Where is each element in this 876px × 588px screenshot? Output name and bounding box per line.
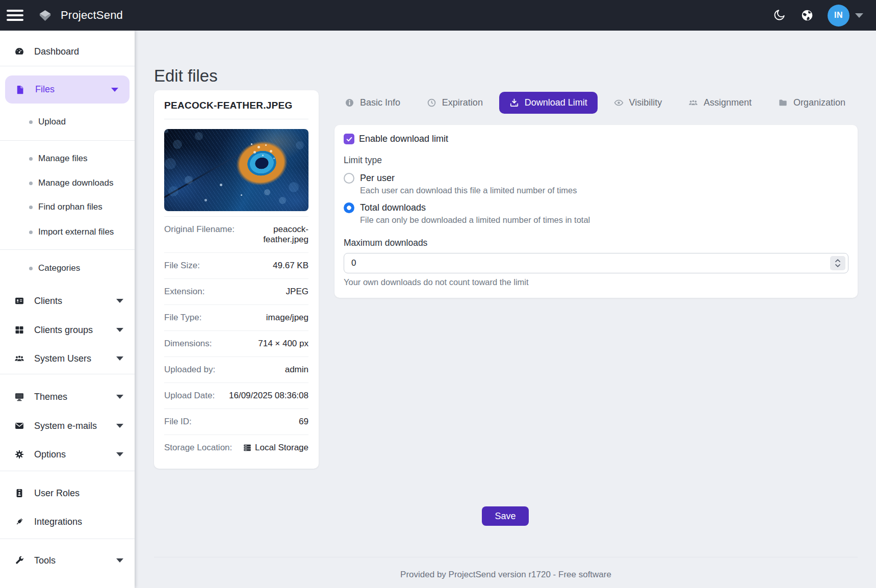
sidebar-item-label: Clients [34, 296, 62, 306]
hamburger-menu-icon[interactable] [7, 10, 23, 21]
chevron-down-icon [116, 328, 123, 332]
divider [0, 539, 135, 539]
meta-value: 69 [299, 417, 308, 427]
navbar-right: IN [772, 5, 863, 27]
maximum-downloads-help-text: Your own downloads do not count toward t… [344, 277, 848, 287]
enable-download-limit-label: Enable download limit [359, 134, 448, 144]
file-thumbnail-peacock-feather [164, 129, 308, 211]
user-avatar[interactable]: IN [828, 5, 849, 27]
sidebar-item-label: Themes [34, 392, 67, 402]
sidebar-item-clients-groups[interactable]: Clients groups [0, 320, 135, 340]
radio-per-user[interactable]: Per user [344, 173, 848, 184]
sidebar-item-user-roles[interactable]: User Roles [0, 483, 135, 503]
sidebar-item-label: Upload [38, 117, 66, 127]
meta-row-dimensions: Dimensions: 714 × 400 px [164, 330, 308, 356]
per-user-help-text: Each user can download this file a limit… [360, 186, 848, 195]
sidebar-item-system-emails[interactable]: System e-mails [0, 416, 135, 436]
file-title: PEACOCK-FEATHER.JPEG [164, 99, 308, 111]
divider [164, 119, 308, 119]
plug-icon [14, 517, 24, 527]
divider [0, 471, 135, 471]
sidebar-item-label: Manage files [38, 154, 87, 164]
globe-icon[interactable] [801, 9, 814, 22]
sidebar-item-label: Tools [34, 555, 56, 566]
download-limit-panel: Enable download limit Limit type Per use… [334, 125, 858, 298]
chevron-down-icon [116, 356, 123, 361]
tab-assignment[interactable]: Assignment [678, 92, 762, 114]
brand-title: ProjectSend [61, 9, 123, 22]
tab-download-limit[interactable]: Download Limit [499, 92, 598, 114]
maximum-downloads-input[interactable] [344, 253, 848, 273]
sidebar: Dashboard Files Upload Manage files Mana… [0, 31, 135, 588]
radio-total-downloads[interactable]: Total downloads [344, 202, 848, 213]
sidebar-item-dashboard[interactable]: Dashboard [0, 41, 135, 62]
meta-label: Upload Date: [164, 391, 215, 401]
sidebar-item-label: Integrations [34, 517, 82, 527]
enable-download-limit-checkbox[interactable] [344, 134, 354, 144]
radio-unchecked-icon[interactable] [344, 173, 354, 184]
sidebar-item-label: Find orphan files [38, 202, 102, 212]
meta-value: admin [285, 365, 308, 375]
file-icon [15, 85, 25, 95]
meta-row-storage-location: Storage Location: Local Storage [164, 434, 308, 461]
chevron-down-icon [111, 88, 118, 92]
meta-row-file-size: File Size: 49.67 KB [164, 252, 308, 278]
meta-label: File Type: [164, 313, 201, 323]
sidebar-item-files[interactable]: Files [5, 75, 130, 104]
sidebar-item-tools[interactable]: Tools [0, 550, 135, 571]
sidebar-item-categories[interactable]: Categories [0, 259, 135, 277]
server-icon [243, 443, 252, 452]
gauge-icon [14, 46, 24, 57]
divider [0, 140, 135, 141]
sidebar-item-label: Import external files [38, 227, 114, 237]
file-edit-tabs: Basic Info Expiration Download Limit Vis… [334, 90, 858, 115]
eye-icon [614, 98, 624, 108]
enable-download-limit-row[interactable]: Enable download limit [344, 134, 848, 144]
moon-icon[interactable] [772, 9, 786, 22]
divider [0, 66, 135, 66]
sidebar-item-themes[interactable]: Themes [0, 387, 135, 407]
tab-expiration[interactable]: Expiration [417, 92, 493, 114]
bullet-icon [29, 182, 33, 185]
sidebar-item-options[interactable]: Options [0, 444, 135, 465]
sidebar-item-label: Manage downloads [38, 178, 113, 188]
sidebar-item-manage-downloads[interactable]: Manage downloads [0, 174, 135, 192]
clock-icon [427, 98, 436, 108]
sidebar-item-find-orphan-files[interactable]: Find orphan files [0, 198, 135, 216]
sidebar-item-manage-files[interactable]: Manage files [0, 149, 135, 168]
wrench-icon [14, 555, 24, 566]
number-stepper[interactable] [830, 256, 845, 270]
bullet-icon [29, 157, 33, 161]
tab-basic-info[interactable]: Basic Info [334, 92, 410, 114]
tab-visibility[interactable]: Visibility [604, 92, 673, 114]
sidebar-item-system-users[interactable]: System Users [0, 348, 135, 369]
sidebar-item-label: Files [35, 84, 55, 95]
grid-icon [14, 325, 24, 335]
chevron-down-icon [116, 424, 123, 428]
sidebar-item-label: User Roles [34, 488, 80, 499]
sidebar-item-label: Categories [38, 263, 80, 273]
bullet-icon [29, 120, 33, 124]
limit-type-label: Limit type [344, 155, 848, 166]
id-card-icon [14, 296, 24, 306]
users-icon [14, 353, 24, 364]
meta-row-file-id: File ID: 69 [164, 408, 308, 434]
meta-label: Extension: [164, 287, 204, 297]
sidebar-item-import-external-files[interactable]: Import external files [0, 223, 135, 241]
app-logo-icon [38, 9, 52, 22]
main-content: Edit files PEACOCK-FEATHER.JPEG Original… [135, 31, 876, 588]
radio-checked-icon[interactable] [344, 202, 354, 213]
download-icon [509, 98, 519, 108]
sidebar-item-upload[interactable]: Upload [0, 113, 135, 131]
meta-value: 49.67 KB [273, 261, 308, 271]
desktop-icon [14, 392, 24, 402]
sidebar-item-label: System Users [34, 353, 91, 364]
user-menu-chevron-down-icon[interactable] [855, 13, 863, 18]
save-button[interactable]: Save [482, 506, 529, 526]
sidebar-item-integrations[interactable]: Integrations [0, 512, 135, 532]
sidebar-item-clients[interactable]: Clients [0, 291, 135, 311]
tab-organization[interactable]: Organization [768, 92, 856, 114]
projectsend-app: ProjectSend IN Dashboard [0, 0, 876, 588]
bullet-icon [29, 267, 33, 270]
sidebar-item-label: Dashboard [34, 46, 79, 57]
